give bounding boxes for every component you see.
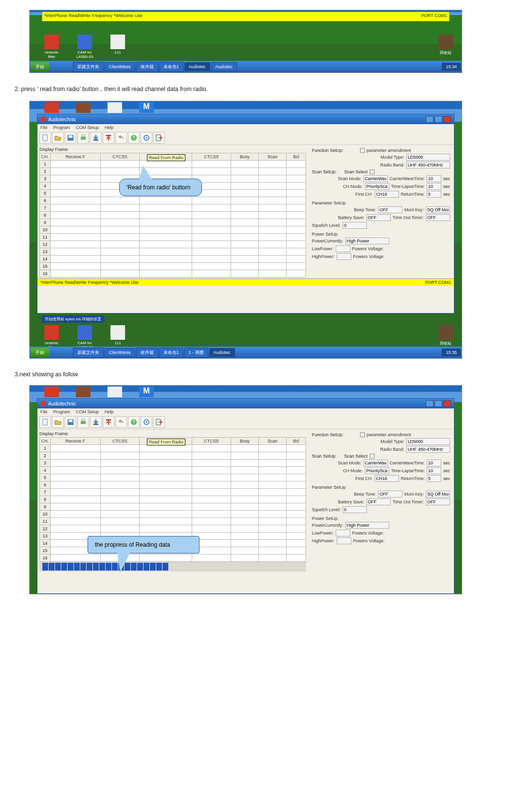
high-power-input[interactable] <box>337 253 351 260</box>
power-currently-input[interactable] <box>345 238 389 244</box>
settings-button[interactable] <box>141 416 152 428</box>
recycle-bin-icon[interactable]: 回收站 <box>438 325 453 346</box>
menu-file[interactable]: File <box>40 125 48 130</box>
table-row[interactable]: 9 <box>40 503 306 511</box>
taskbar-item[interactable]: 收件箱 <box>136 62 158 72</box>
maximize-button[interactable] <box>434 400 442 407</box>
minimize-button[interactable] <box>426 400 434 407</box>
table-row[interactable]: 5 <box>40 474 306 481</box>
open-button[interactable] <box>52 132 64 144</box>
settings-button[interactable] <box>141 132 152 144</box>
time-lapse-input[interactable] <box>427 467 441 474</box>
time-lapse-input[interactable] <box>427 183 441 190</box>
table-row[interactable]: 3 <box>40 460 306 467</box>
table-row[interactable]: 4 <box>40 467 306 474</box>
desktop-icon[interactable]: ceramic filter <box>42 325 61 350</box>
battery-save-input[interactable] <box>366 498 391 505</box>
close-button[interactable] <box>443 116 451 123</box>
table-row[interactable]: 13 <box>40 248 306 256</box>
carrier-time-input[interactable] <box>427 175 441 182</box>
desktop-small-icon[interactable] <box>44 102 59 113</box>
table-row[interactable]: 14 <box>40 256 306 263</box>
maximize-button[interactable] <box>434 116 442 123</box>
radio-band-input[interactable] <box>406 162 450 168</box>
table-row[interactable]: 7 <box>40 204 306 212</box>
taskbar-item[interactable]: 新建文件夹 <box>73 348 104 358</box>
moni-key-input[interactable] <box>426 491 450 498</box>
table-row[interactable]: 6 <box>40 481 306 489</box>
table-row[interactable]: 10 <box>40 226 306 234</box>
desktop-icon[interactable]: 111 <box>108 35 127 59</box>
selected-desktop-item[interactable]: 开始使用前 epleb ids 详细的设置 <box>42 315 104 323</box>
table-row[interactable]: 11 <box>40 518 306 525</box>
battery-save-input[interactable] <box>366 214 391 221</box>
desktop-small-icon[interactable]: M <box>139 387 154 397</box>
taskbar-item[interactable]: 新建文件夹 <box>73 62 104 72</box>
menu-program[interactable]: Program <box>54 125 71 130</box>
carrier-time-input[interactable] <box>427 460 441 466</box>
scan-select-checkbox[interactable] <box>370 454 375 459</box>
minimize-button[interactable] <box>426 116 434 123</box>
scan-mode-input[interactable] <box>363 460 388 466</box>
menu-program[interactable]: Program <box>54 409 71 414</box>
table-row[interactable]: 8 <box>40 212 306 219</box>
table-row[interactable]: 1 <box>40 161 306 168</box>
return-time-input[interactable] <box>427 475 441 482</box>
open-button[interactable] <box>52 416 64 428</box>
desktop-small-icon[interactable] <box>108 102 122 113</box>
param-amendment-checkbox[interactable] <box>360 432 365 437</box>
help-button[interactable]: ? <box>128 132 140 144</box>
time-out-input[interactable] <box>426 214 450 221</box>
read-from-radio-button[interactable] <box>90 132 102 144</box>
table-row[interactable]: 15 <box>40 263 306 270</box>
taskbar-item[interactable]: Audiotec <box>211 62 237 71</box>
desktop-small-icon[interactable] <box>108 387 122 397</box>
print-button[interactable] <box>77 416 89 428</box>
time-out-input[interactable] <box>426 498 450 505</box>
high-power-input[interactable] <box>337 537 351 544</box>
channel-table[interactable]: CH.Receive FCTCSS Transmit FCTCSSBusy Sc… <box>39 153 306 277</box>
table-row[interactable]: 10 <box>40 511 306 518</box>
table-row[interactable]: 2 <box>40 452 306 460</box>
table-row[interactable]: 2 <box>40 168 306 175</box>
low-power-input[interactable] <box>336 530 350 536</box>
taskbar-item[interactable]: ClientMess <box>105 62 135 71</box>
system-tray[interactable]: 15:35 <box>442 349 461 356</box>
start-button[interactable]: 开始 <box>31 62 49 72</box>
scan-mode-input[interactable] <box>363 175 388 182</box>
exit-button[interactable] <box>153 132 165 144</box>
read-from-radio-button[interactable] <box>90 416 102 428</box>
undo-button[interactable] <box>115 132 127 144</box>
recycle-bin-icon[interactable]: 回收站 <box>438 35 453 55</box>
print-button[interactable] <box>77 132 89 144</box>
table-row[interactable]: 1 <box>40 445 306 452</box>
ch-mode-input[interactable] <box>365 467 389 474</box>
moni-key-input[interactable] <box>426 206 450 213</box>
table-row[interactable]: 9 <box>40 219 306 226</box>
squelch-input[interactable] <box>343 222 367 229</box>
table-row[interactable]: 12 <box>40 241 306 248</box>
taskbar-item[interactable]: Audiotec <box>184 62 210 71</box>
undo-button[interactable] <box>115 416 127 428</box>
table-row[interactable]: 16 <box>40 554 306 562</box>
desktop-small-icon[interactable] <box>76 387 90 397</box>
menu-help[interactable]: Help <box>105 125 114 130</box>
desktop-icon[interactable]: CAM for LA500-03 <box>75 325 94 350</box>
taskbar-item[interactable]: 1 - 画图 <box>184 348 208 358</box>
menu-file[interactable]: File <box>40 409 48 414</box>
model-type-input[interactable] <box>406 154 450 161</box>
squelch-input[interactable] <box>343 506 367 513</box>
menu-com-setup[interactable]: COM Setup <box>76 409 99 414</box>
param-amendment-checkbox[interactable] <box>360 148 365 153</box>
new-button[interactable] <box>39 416 51 428</box>
return-time-input[interactable] <box>427 191 441 198</box>
ch-mode-input[interactable] <box>365 183 389 190</box>
table-row[interactable]: 8 <box>40 496 306 503</box>
write-to-radio-button[interactable] <box>103 132 114 144</box>
exit-button[interactable] <box>153 416 165 428</box>
table-row[interactable]: 12 <box>40 525 306 533</box>
new-button[interactable] <box>39 132 51 144</box>
table-row[interactable]: 6 <box>40 197 306 204</box>
help-button[interactable]: ? <box>128 416 140 428</box>
radio-band-input[interactable] <box>406 446 450 453</box>
